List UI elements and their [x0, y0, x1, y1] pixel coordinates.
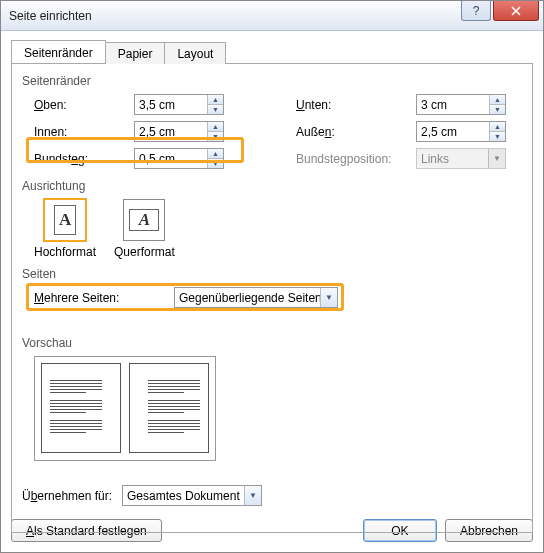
margins-group-label: Seitenränder [22, 74, 522, 88]
portrait-icon: A [54, 205, 76, 235]
gutter-input[interactable] [135, 149, 207, 168]
tab-layout[interactable]: Layout [164, 42, 226, 64]
orientation-landscape-label: Querformat [114, 245, 175, 259]
multiple-pages-label: Mehrere Seiten: [34, 291, 174, 305]
spin-up-icon[interactable]: ▲ [490, 95, 505, 104]
tabpage-margins: Seitenränder Oben: ▲▼ Unten: ▲▼ [11, 63, 533, 533]
spin-up-icon[interactable]: ▲ [208, 149, 223, 158]
bottom-margin-spinner[interactable]: ▲▼ [416, 94, 506, 115]
spin-up-icon[interactable]: ▲ [208, 122, 223, 131]
top-margin-input[interactable] [135, 95, 207, 114]
gutter-position-label: Bundstegposition: [296, 148, 416, 169]
multiple-pages-value: Gegenüberliegende Seiten [175, 291, 320, 305]
apply-to-value: Gesamtes Dokument [123, 489, 244, 503]
outer-margin-label: Außen: [296, 121, 416, 142]
bottom-margin-input[interactable] [417, 95, 489, 114]
window-title: Seite einrichten [9, 9, 92, 23]
window-controls: ? [461, 1, 539, 21]
spin-up-icon[interactable]: ▲ [208, 95, 223, 104]
inner-margin-spinner[interactable]: ▲▼ [134, 121, 224, 142]
apply-to-label: Übernehmen für: [22, 489, 122, 503]
spin-down-icon[interactable]: ▼ [490, 104, 505, 114]
spin-down-icon[interactable]: ▼ [208, 158, 223, 168]
outer-margin-input[interactable] [417, 122, 489, 141]
outer-margin-spinner[interactable]: ▲▼ [416, 121, 506, 142]
gutter-spinner[interactable]: ▲▼ [134, 148, 224, 169]
gutter-label: Bundsteg: [34, 148, 134, 169]
spin-down-icon[interactable]: ▼ [490, 131, 505, 141]
gutter-position-value: Links [417, 152, 488, 166]
dialog-body: Seitenränder Papier Layout Seitenränder … [1, 31, 543, 552]
chevron-down-icon[interactable]: ▼ [244, 486, 261, 505]
multiple-pages-combo[interactable]: Gegenüberliegende Seiten ▼ [174, 287, 338, 308]
orientation-portrait[interactable]: A Hochformat [34, 199, 96, 259]
spin-up-icon[interactable]: ▲ [490, 122, 505, 131]
chevron-down-icon[interactable]: ▼ [320, 288, 337, 307]
chevron-down-icon: ▼ [488, 149, 505, 168]
gutter-position-combo: Links ▼ [416, 148, 506, 169]
top-margin-label: Oben: [34, 94, 134, 115]
inner-margin-input[interactable] [135, 122, 207, 141]
orientation-portrait-label: Hochformat [34, 245, 96, 259]
close-icon [511, 6, 521, 16]
orientation-landscape[interactable]: A Querformat [114, 199, 175, 259]
bottom-margin-label: Unten: [296, 94, 416, 115]
close-button[interactable] [493, 1, 539, 21]
tab-margins[interactable]: Seitenränder [11, 40, 106, 63]
landscape-icon: A [129, 209, 159, 231]
preview-page-right [129, 363, 209, 453]
preview-box [34, 356, 216, 461]
spin-down-icon[interactable]: ▼ [208, 131, 223, 141]
pages-group-label: Seiten [22, 267, 522, 281]
top-margin-spinner[interactable]: ▲▼ [134, 94, 224, 115]
help-button[interactable]: ? [461, 1, 491, 21]
spin-down-icon[interactable]: ▼ [208, 104, 223, 114]
inner-margin-label: Innen: [34, 121, 134, 142]
preview-group-label: Vorschau [22, 336, 522, 350]
titlebar: Seite einrichten ? [1, 1, 543, 31]
tabstrip: Seitenränder Papier Layout [11, 39, 533, 63]
apply-to-combo[interactable]: Gesamtes Dokument ▼ [122, 485, 262, 506]
tab-paper[interactable]: Papier [105, 42, 166, 64]
page-setup-dialog: Seite einrichten ? Seitenränder Papier L… [0, 0, 544, 553]
orientation-group-label: Ausrichtung [22, 179, 522, 193]
preview-page-left [41, 363, 121, 453]
